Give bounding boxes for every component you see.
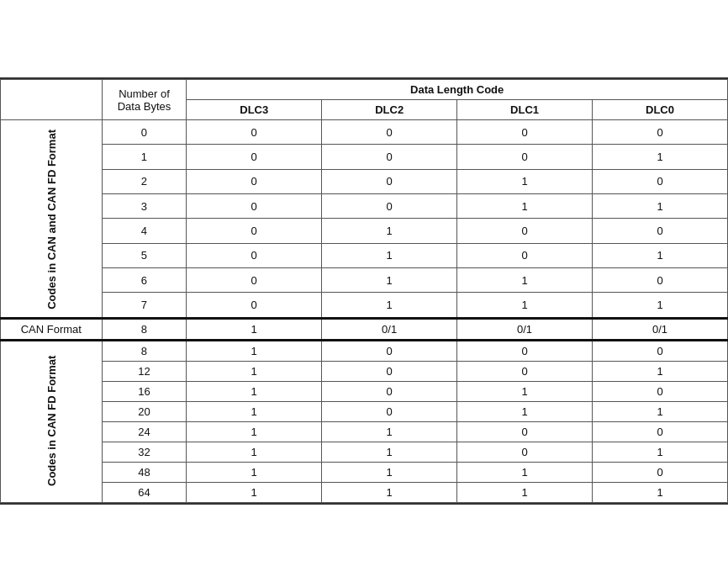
table-row: 4 0 1 0 0 [1, 219, 728, 243]
table-row: 20 1 0 1 1 [1, 401, 728, 421]
table-row: 3 0 0 1 1 [1, 194, 728, 219]
header-num-bytes: Number of Data Bytes [102, 80, 187, 120]
table-row: 6 0 1 1 0 [1, 267, 728, 292]
header-dlc-span: Data Length Code [187, 80, 728, 100]
can-format-dlc3: 1 [187, 318, 322, 340]
table-row: 2 0 0 1 0 [1, 169, 728, 193]
dlc1-cell: 0 [457, 120, 593, 145]
dlc3-cell: 0 [187, 120, 322, 145]
dlc2-cell: 0 [322, 120, 457, 145]
table-row: 12 1 0 0 1 [1, 361, 728, 381]
header-dlc1: DLC1 [457, 100, 593, 120]
header-empty-1 [1, 80, 103, 120]
bytes-cell: 0 [102, 120, 187, 145]
dlc-table: Number of Data Bytes Data Length Code DL… [0, 79, 728, 503]
table-row: Codes in CAN FD Format 8 1 0 0 0 [1, 340, 728, 361]
table-row: 5 0 1 0 1 [1, 243, 728, 267]
table-container: Number of Data Bytes Data Length Code DL… [0, 77, 728, 505]
can-format-bytes: 8 [102, 318, 187, 340]
table-row: 24 1 1 0 0 [1, 421, 728, 442]
table-row: 48 1 1 1 0 [1, 462, 728, 482]
section-label-canfd: Codes in CAN FD Format [1, 340, 103, 502]
header-dlc3: DLC3 [187, 100, 322, 120]
can-format-dlc1: 0/1 [457, 318, 593, 340]
header-dlc2: DLC2 [322, 100, 457, 120]
can-format-row: CAN Format 8 1 0/1 0/1 0/1 [1, 318, 728, 340]
table-row: Codes in CAN and CAN FD Format 0 0 0 0 0 [1, 120, 728, 145]
dlc0-cell: 0 [593, 120, 728, 145]
can-format-dlc2: 0/1 [322, 318, 457, 340]
header-dlc0: DLC0 [593, 100, 728, 120]
can-format-dlc0: 0/1 [593, 318, 728, 340]
header-row-1: Number of Data Bytes Data Length Code [1, 80, 728, 100]
table-row: 64 1 1 1 1 [1, 482, 728, 502]
table-row: 1 0 0 0 1 [1, 145, 728, 169]
table-row: 16 1 0 1 0 [1, 381, 728, 401]
section-label-can-canfd: Codes in CAN and CAN FD Format [1, 120, 103, 319]
can-format-label: CAN Format [1, 318, 103, 340]
table-row: 32 1 1 0 1 [1, 442, 728, 462]
table-row: 7 0 1 1 1 [1, 293, 728, 319]
